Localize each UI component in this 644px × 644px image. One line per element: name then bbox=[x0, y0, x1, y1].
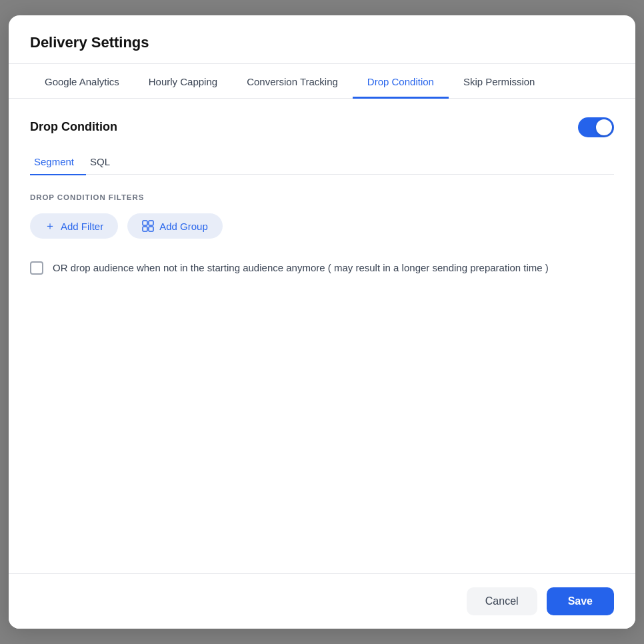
cancel-button[interactable]: Cancel bbox=[467, 587, 537, 615]
drop-condition-toggle[interactable] bbox=[578, 117, 614, 137]
buttons-row: ＋ Add Filter Add Group bbox=[30, 213, 614, 239]
modal-title: Delivery Settings bbox=[30, 34, 149, 51]
tabs-bar: Google Analytics Hourly Capping Conversi… bbox=[9, 64, 635, 99]
add-group-label: Add Group bbox=[159, 221, 208, 232]
sub-tab-sql[interactable]: SQL bbox=[86, 149, 122, 175]
save-button[interactable]: Save bbox=[547, 587, 614, 615]
filters-label: DROP CONDITION FILTERS bbox=[30, 193, 614, 201]
tab-hourly-capping[interactable]: Hourly Capping bbox=[134, 64, 232, 99]
section-header-row: Drop Condition bbox=[30, 117, 614, 137]
add-filter-button[interactable]: ＋ Add Filter bbox=[30, 213, 118, 239]
delivery-settings-modal: Delivery Settings Google Analytics Hourl… bbox=[9, 15, 635, 629]
sub-tabs: Segment SQL bbox=[30, 149, 614, 175]
tab-conversion-tracking[interactable]: Conversion Tracking bbox=[232, 64, 353, 99]
svg-rect-0 bbox=[143, 221, 147, 225]
section-title: Drop Condition bbox=[30, 120, 117, 134]
tab-google-analytics[interactable]: Google Analytics bbox=[30, 64, 134, 99]
add-filter-label: Add Filter bbox=[61, 221, 103, 232]
tab-skip-permission[interactable]: Skip Permission bbox=[449, 64, 550, 99]
svg-rect-1 bbox=[149, 221, 153, 225]
modal-footer: Cancel Save bbox=[9, 574, 635, 629]
checkbox-row: OR drop audience when not in the startin… bbox=[30, 260, 614, 276]
group-icon bbox=[142, 220, 154, 232]
svg-rect-3 bbox=[149, 227, 153, 231]
or-drop-audience-label: OR drop audience when not in the startin… bbox=[53, 260, 549, 276]
add-group-button[interactable]: Add Group bbox=[127, 213, 223, 239]
toggle-wrap bbox=[578, 117, 614, 137]
sub-tab-segment[interactable]: Segment bbox=[30, 149, 86, 175]
tab-drop-condition[interactable]: Drop Condition bbox=[353, 64, 449, 99]
modal-header: Delivery Settings bbox=[9, 15, 635, 64]
toggle-knob bbox=[596, 119, 612, 135]
svg-rect-2 bbox=[143, 227, 147, 231]
or-drop-audience-checkbox[interactable] bbox=[30, 261, 43, 275]
plus-icon: ＋ bbox=[45, 221, 55, 231]
modal-body: Drop Condition Segment SQL DROP CONDITIO… bbox=[9, 99, 635, 575]
